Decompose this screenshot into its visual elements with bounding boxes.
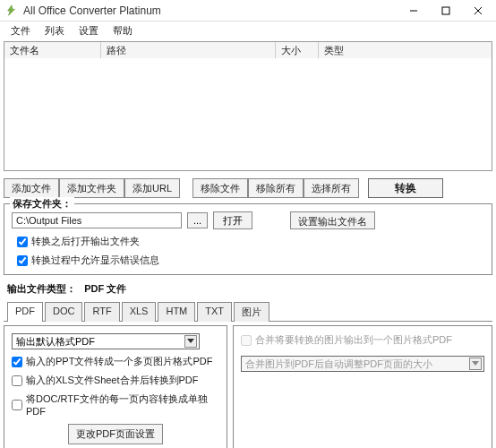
output-type-header: 输出文件类型： PDF 文件 xyxy=(4,282,492,296)
merge-size-value: 合并图片到PDF后自动调整PDF页面的大小 xyxy=(245,358,432,371)
merge-images-checkbox xyxy=(241,335,252,346)
remove-file-button[interactable]: 移除文件 xyxy=(192,178,248,198)
output-format-value: 输出默认格式PDF xyxy=(16,335,95,349)
set-output-filename-button[interactable]: 设置输出文件名 xyxy=(290,211,375,229)
save-folder-group: 保存文件夹： ... 打开 设置输出文件名 转换之后打开输出文件夹 转换过程中允… xyxy=(4,203,492,275)
output-format-select[interactable]: 输出默认格式PDF xyxy=(12,333,200,349)
ppt-multipage-checkbox[interactable] xyxy=(12,357,22,367)
action-row: 添加文件 添加文件夹 添加URL 移除文件 移除所有 选择所有 转换 xyxy=(4,178,492,198)
tab-txt[interactable]: TXT xyxy=(197,302,232,322)
col-path[interactable]: 路径 xyxy=(101,42,276,58)
menubar: 文件 列表 设置 帮助 xyxy=(0,22,496,39)
browse-button[interactable]: ... xyxy=(187,212,208,228)
format-tabs: PDF DOC RTF XLS HTM TXT 图片 xyxy=(4,301,492,322)
show-errors-checkbox[interactable] xyxy=(17,255,28,266)
open-folder-button[interactable]: 打开 xyxy=(213,211,252,229)
xls-merge-checkbox[interactable] xyxy=(12,375,22,386)
file-table: 文件名 路径 大小 类型 xyxy=(4,41,492,171)
col-filename[interactable]: 文件名 xyxy=(4,42,101,58)
close-button[interactable] xyxy=(462,0,494,21)
col-size[interactable]: 大小 xyxy=(276,42,319,58)
open-after-convert-label: 转换之后打开输出文件夹 xyxy=(31,235,140,248)
output-type-value: PDF 文件 xyxy=(84,283,126,294)
show-errors-label: 转换过程中允许显示错误信息 xyxy=(31,254,159,267)
tab-xls[interactable]: XLS xyxy=(122,302,157,322)
minimize-button[interactable] xyxy=(398,0,430,21)
image-merge-panel: 合并将要转换的图片输出到一个图片格式PDF 合并图片到PDF后自动调整PDF页面… xyxy=(233,325,492,448)
add-file-button[interactable]: 添加文件 xyxy=(4,178,59,198)
output-type-label: 输出文件类型： xyxy=(7,283,76,294)
maximize-button[interactable] xyxy=(430,0,462,21)
select-all-button[interactable]: 选择所有 xyxy=(304,178,359,198)
output-path-input[interactable] xyxy=(12,212,182,228)
add-url-button[interactable]: 添加URL xyxy=(124,178,180,198)
options-area: 输出默认格式PDF 输入的PPT文件转成一个多页图片格式PDF 输入的XLS文件… xyxy=(4,325,492,448)
menu-file[interactable]: 文件 xyxy=(5,23,36,39)
merge-size-select: 合并图片到PDF后自动调整PDF页面的大小 xyxy=(241,356,484,372)
xls-merge-label: 输入的XLS文件Sheet合并后转换到PDF xyxy=(26,374,199,387)
menu-settings[interactable]: 设置 xyxy=(73,23,104,39)
col-type[interactable]: 类型 xyxy=(319,42,492,58)
tab-htm[interactable]: HTM xyxy=(158,302,195,322)
docrtf-split-checkbox[interactable] xyxy=(12,400,22,410)
open-after-convert-checkbox[interactable] xyxy=(17,237,28,247)
file-table-body[interactable] xyxy=(4,58,492,170)
app-icon xyxy=(5,4,18,17)
pdf-options-panel: 输出默认格式PDF 输入的PPT文件转成一个多页图片格式PDF 输入的XLS文件… xyxy=(4,325,227,448)
add-folder-button[interactable]: 添加文件夹 xyxy=(59,178,124,198)
dropdown-arrow-icon xyxy=(469,358,482,370)
tab-rtf[interactable]: RTF xyxy=(84,302,119,322)
ppt-multipage-label: 输入的PPT文件转成一个多页图片格式PDF xyxy=(26,355,212,368)
tab-pdf[interactable]: PDF xyxy=(7,302,43,322)
tab-image[interactable]: 图片 xyxy=(234,302,269,322)
menu-list[interactable]: 列表 xyxy=(39,23,70,39)
menu-help[interactable]: 帮助 xyxy=(107,23,138,39)
pdf-page-settings-button[interactable]: 更改PDF页面设置 xyxy=(68,424,163,444)
dropdown-arrow-icon xyxy=(184,335,197,348)
tab-doc[interactable]: DOC xyxy=(45,302,82,322)
merge-images-label: 合并将要转换的图片输出到一个图片格式PDF xyxy=(255,333,452,347)
file-table-header: 文件名 路径 大小 类型 xyxy=(4,42,492,58)
save-folder-title: 保存文件夹： xyxy=(10,197,74,211)
titlebar: All Office Converter Platinum xyxy=(0,0,496,22)
window-title: All Office Converter Platinum xyxy=(23,4,398,17)
svg-rect-1 xyxy=(442,7,449,14)
remove-all-button[interactable]: 移除所有 xyxy=(248,178,304,198)
docrtf-split-label: 将DOC/RTF文件的每一页内容转换成单独PDF xyxy=(26,392,219,417)
convert-button[interactable]: 转换 xyxy=(368,178,443,198)
